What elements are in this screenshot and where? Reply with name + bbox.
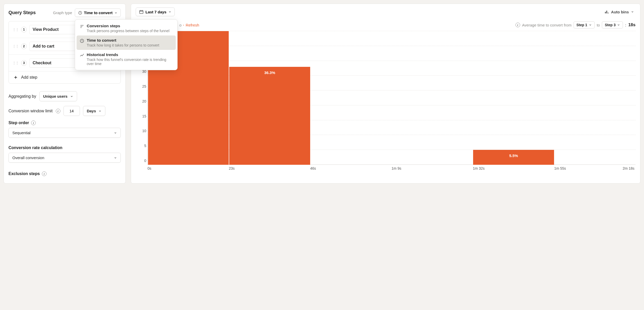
info-icon[interactable]: i bbox=[516, 23, 520, 27]
conversion-window-unit-select[interactable]: Days bbox=[83, 106, 106, 116]
chevron-down-icon bbox=[114, 11, 117, 14]
dot-separator: · bbox=[183, 23, 184, 27]
step-number-badge: 2 bbox=[21, 43, 27, 49]
y-tick-label: 25 bbox=[137, 84, 146, 88]
y-tick-label: 5 bbox=[137, 144, 146, 148]
chevron-down-icon bbox=[98, 110, 102, 113]
y-tick-label: 10 bbox=[137, 129, 146, 133]
clock-icon bbox=[80, 38, 84, 47]
y-tick-label: 0 bbox=[137, 159, 146, 163]
chart-panel: Last 7 days Auto bins o · Refresh i Aver… bbox=[131, 4, 640, 184]
conversion-window-input[interactable] bbox=[63, 106, 80, 116]
query-steps-panel: Query Steps Graph type Time to convert bbox=[4, 4, 126, 184]
histogram-bin[interactable] bbox=[392, 31, 473, 165]
from-step-select[interactable]: Step 1 bbox=[574, 21, 595, 29]
histogram-bin[interactable]: 5.5% bbox=[473, 31, 554, 165]
histogram-bar: 5.5% bbox=[473, 150, 554, 165]
refresh-link[interactable]: Refresh bbox=[186, 23, 199, 27]
graph-type-label: Graph type bbox=[53, 11, 72, 15]
x-tick-label: 1m 9s bbox=[391, 166, 473, 170]
y-tick-label: 20 bbox=[137, 99, 146, 103]
svg-rect-4 bbox=[140, 11, 143, 14]
trend-icon bbox=[80, 52, 84, 66]
exclusion-steps-label: Exclusion steps bbox=[8, 171, 40, 176]
chevron-down-icon bbox=[114, 156, 117, 159]
svg-rect-5 bbox=[605, 12, 606, 13]
histogram-bar: 36.3% bbox=[229, 67, 310, 165]
conversion-window-label: Conversion window limit bbox=[8, 109, 53, 113]
clock-icon bbox=[78, 11, 82, 15]
drag-handle-icon[interactable]: ⋮⋮ bbox=[12, 28, 19, 32]
conversion-calc-label: Conversion rate calculation bbox=[8, 145, 62, 150]
chevron-down-icon bbox=[168, 10, 171, 13]
histogram-bin[interactable] bbox=[554, 31, 636, 165]
auto-bins-select[interactable]: Auto bins bbox=[603, 9, 636, 14]
add-step-button[interactable]: Add step bbox=[9, 71, 121, 83]
step-order-label: Step order bbox=[8, 121, 29, 125]
graph-type-value: Time to convert bbox=[84, 11, 113, 15]
to-step-select[interactable]: Step 3 bbox=[602, 21, 623, 29]
histogram-bin[interactable] bbox=[310, 31, 392, 165]
computed-suffix: o bbox=[179, 23, 181, 27]
date-range-select[interactable]: Last 7 days bbox=[136, 7, 175, 16]
svg-rect-7 bbox=[608, 13, 609, 13]
bar-chart-icon bbox=[604, 10, 609, 14]
graph-type-option-historical-trends[interactable]: Historical trends Track how this funnel'… bbox=[77, 50, 176, 68]
aggregating-select[interactable]: Unique users bbox=[39, 91, 77, 101]
graph-type-option-conversion-steps[interactable]: Conversion steps Track persons progress … bbox=[77, 21, 176, 35]
chevron-down-icon bbox=[114, 131, 117, 134]
bar-value-label: 36.3% bbox=[229, 70, 310, 75]
drag-handle-icon[interactable]: ⋮⋮ bbox=[12, 61, 19, 65]
avg-value: 18s bbox=[628, 22, 636, 28]
info-icon[interactable]: i bbox=[42, 171, 47, 176]
panel-title: Query Steps bbox=[8, 10, 36, 15]
info-icon[interactable]: i bbox=[56, 109, 60, 113]
time-to-convert-chart: 05101520253035404536.3%5.5% 0s23s46s1m 9… bbox=[136, 31, 636, 175]
chevron-down-icon bbox=[631, 10, 634, 13]
chevron-down-icon bbox=[70, 95, 73, 98]
plus-icon bbox=[13, 75, 18, 80]
svg-rect-6 bbox=[606, 11, 607, 14]
x-tick-label: 46s bbox=[310, 166, 391, 170]
steps-icon bbox=[80, 24, 84, 33]
avg-label: Average time to convert from bbox=[522, 23, 572, 27]
histogram-bin[interactable]: 36.3% bbox=[229, 31, 310, 165]
x-tick-label: 0s bbox=[148, 166, 229, 170]
step-number-badge: 3 bbox=[21, 60, 27, 66]
graph-type-dropdown[interactable]: Conversion steps Track persons progress … bbox=[75, 19, 178, 70]
graph-type-select[interactable]: Time to convert bbox=[75, 8, 121, 17]
x-tick-label: 23s bbox=[229, 166, 310, 170]
y-tick-label: 15 bbox=[137, 114, 146, 118]
graph-type-option-time-to-convert[interactable]: Time to convert Track how long it takes … bbox=[77, 35, 176, 50]
aggregating-label: Aggregating by bbox=[8, 94, 36, 99]
conversion-calc-select[interactable]: Overall conversion bbox=[8, 153, 121, 163]
x-tick-label: 1m 32s bbox=[473, 166, 554, 170]
calendar-icon bbox=[139, 10, 144, 14]
drag-handle-icon[interactable]: ⋮⋮ bbox=[12, 44, 19, 48]
step-order-select[interactable]: Sequential bbox=[8, 128, 121, 138]
info-icon[interactable]: i bbox=[31, 121, 36, 125]
to-label: to bbox=[597, 23, 600, 27]
bar-value-label: 5.5% bbox=[473, 153, 554, 158]
x-tick-label: 2m 18s bbox=[623, 166, 634, 170]
step-number-badge: 1 bbox=[21, 27, 27, 32]
